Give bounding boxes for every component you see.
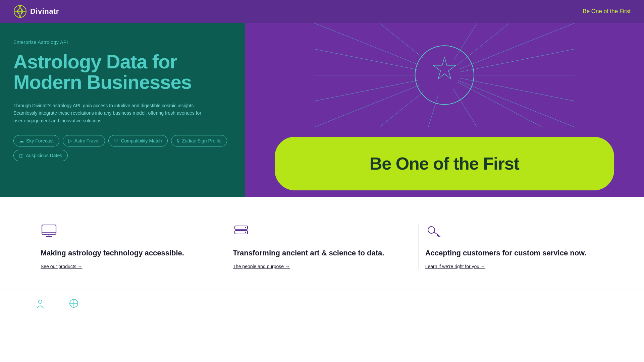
svg-rect-23 (42, 225, 56, 234)
tag-sky-forecast[interactable]: ☁Sky Forecast (13, 135, 59, 146)
tag-icon-zodiac-sign-profile: ☿ (177, 138, 180, 143)
feature-link-transform[interactable]: The people and purpose → (233, 264, 290, 269)
hero-title: Astrology Data for Modern Businesses (13, 52, 231, 93)
feature-item-accessible: Making astrology technology accessible. … (34, 224, 226, 269)
tag-icon-sky-forecast: ☁ (19, 138, 24, 143)
hero-eyebrow: Enterprise Astrology API (13, 40, 231, 45)
svg-line-3 (444, 23, 575, 75)
svg-point-35 (39, 300, 42, 303)
svg-point-21 (417, 52, 459, 95)
tag-label-compatibility-match: Compatibility Match (121, 138, 162, 143)
hero-right-panel: Be One of the First (245, 23, 644, 197)
svg-point-31 (428, 227, 435, 233)
nav-cta-link[interactable]: Be One of the First (583, 8, 631, 15)
feature-item-customers: Accepting customers for custom service n… (418, 224, 610, 269)
tag-label-astro-travel: Astro Travel (74, 138, 100, 143)
monitor-icon (41, 224, 219, 240)
server-icon (233, 224, 411, 240)
features-section: Making astrology technology accessible. … (0, 197, 644, 290)
feature-tags: ☁Sky Forecast▷Astro Travel♡Compatibility… (13, 135, 231, 161)
svg-point-30 (245, 232, 246, 233)
logo-area: Divinatr (13, 5, 59, 18)
tag-astro-travel[interactable]: ▷Astro Travel (63, 135, 105, 146)
logo-text: Divinatr (30, 7, 59, 16)
bottom-partial (0, 290, 644, 318)
feature-title-accessible: Making astrology technology accessible. (41, 248, 219, 258)
bottom-icon-1 (34, 297, 47, 311)
logo-icon (13, 5, 27, 18)
feature-title-customers: Accepting customers for custom service n… (425, 248, 604, 258)
tag-compatibility-match[interactable]: ♡Compatibility Match (108, 135, 167, 146)
svg-point-29 (245, 227, 246, 228)
hero-description: Through Divinatr's astrology API, gain a… (13, 102, 208, 124)
feature-title-transform: Transforming ancient art & science to da… (233, 248, 411, 258)
svg-line-8 (444, 75, 543, 127)
tag-auspicious-dates[interactable]: ◫Auspicious Dates (13, 150, 68, 161)
tag-icon-auspicious-dates: ◫ (19, 153, 23, 158)
tag-label-auspicious-dates: Auspicious Dates (26, 153, 62, 158)
tag-icon-compatibility-match: ♡ (114, 138, 118, 143)
bottom-icon-2 (67, 297, 80, 311)
cta-card-text: Be One of the First (370, 154, 519, 174)
feature-link-customers[interactable]: Learn if we're right for you → (425, 264, 485, 269)
site-header: Divinatr Be One of the First (0, 0, 644, 23)
feature-item-transform: Transforming ancient art & science to da… (226, 224, 418, 269)
hero-section: Enterprise Astrology API Astrology Data … (0, 23, 644, 197)
tag-icon-astro-travel: ▷ (68, 138, 72, 143)
tag-label-zodiac-sign-profile: Zodiac Sign Profile (182, 138, 222, 143)
feature-link-accessible[interactable]: See our products → (41, 264, 83, 269)
key-icon (425, 224, 604, 240)
tag-label-sky-forecast: Sky Forecast (26, 138, 54, 143)
hero-left-panel: Enterprise Astrology API Astrology Data … (0, 23, 245, 197)
svg-line-7 (444, 75, 575, 127)
hero-title-line2: Modern Businesses (13, 71, 192, 93)
cta-card[interactable]: Be One of the First (275, 137, 614, 190)
tag-zodiac-sign-profile[interactable]: ☿Zodiac Sign Profile (171, 135, 227, 146)
celestial-illustration (245, 23, 644, 127)
hero-title-line1: Astrology Data for (13, 51, 177, 72)
